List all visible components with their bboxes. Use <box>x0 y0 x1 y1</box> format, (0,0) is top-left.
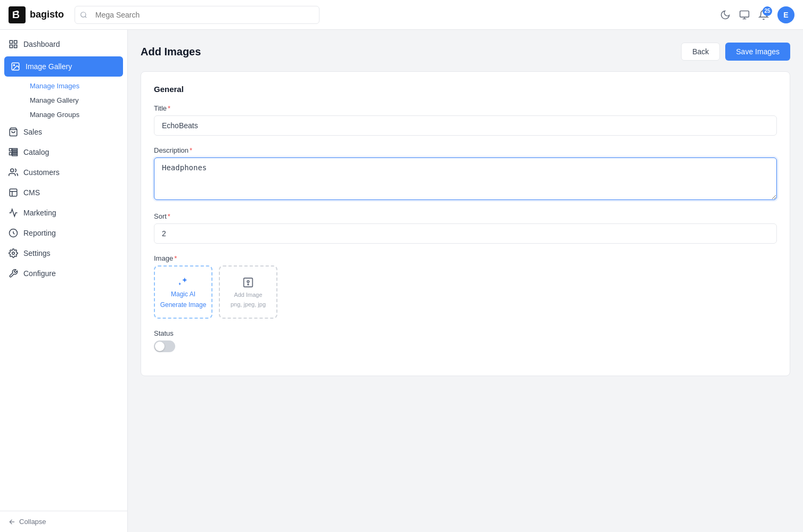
description-label: Description* <box>154 146 777 154</box>
moon-icon[interactable] <box>720 10 731 20</box>
status-toggle-wrap <box>154 340 777 352</box>
customers-icon <box>9 168 18 177</box>
description-input[interactable]: Headphones <box>154 157 777 200</box>
sidebar-footer: Collapse <box>0 511 127 532</box>
svg-rect-2 <box>740 11 749 17</box>
collapse-label: Collapse <box>19 518 46 526</box>
search-input[interactable] <box>75 6 319 24</box>
sidebar-item-settings[interactable]: Settings <box>0 243 127 263</box>
form-card: General Title* Description* Headphones S… <box>141 71 790 376</box>
sales-icon <box>9 127 18 137</box>
sidebar-item-configure[interactable]: Configure <box>0 263 127 284</box>
sort-field-group: Sort* <box>154 212 777 244</box>
status-toggle[interactable] <box>154 340 175 352</box>
add-image-label: Add Image <box>234 292 262 298</box>
sort-label: Sort* <box>154 212 777 220</box>
svg-point-19 <box>12 252 15 255</box>
status-field-group: Status <box>154 329 777 352</box>
topbar: bagisto 25 E <box>0 0 803 30</box>
magic-ai-sublabel: Generate Image <box>160 301 207 309</box>
sidebar-item-reporting[interactable]: Reporting <box>0 223 127 243</box>
image-upload-row: Magic AI Generate Image Add Image png, j… <box>154 265 777 319</box>
dashboard-icon <box>9 39 18 49</box>
magic-ai-button[interactable]: Magic AI Generate Image <box>154 265 212 319</box>
notifications-bell[interactable]: 25 <box>758 10 769 20</box>
sidebar-item-customers[interactable]: Customers <box>0 162 127 182</box>
notification-badge: 25 <box>763 6 772 16</box>
sidebar-label-settings: Settings <box>23 249 51 257</box>
catalog-icon <box>9 147 18 157</box>
image-field-group: Image* Magic AI Generate Image <box>154 254 777 319</box>
sidebar-gallery-subnav: Manage Images Manage Gallery Manage Grou… <box>0 79 127 122</box>
configure-icon <box>9 269 18 278</box>
logo-icon <box>9 6 26 23</box>
header-actions: Back Save Images <box>681 43 790 61</box>
settings-icon <box>9 248 18 258</box>
title-input[interactable] <box>154 115 777 136</box>
sidebar-item-marketing[interactable]: Marketing <box>0 203 127 223</box>
section-title: General <box>154 85 777 94</box>
sidebar-subitem-manage-images[interactable]: Manage Images <box>23 79 127 93</box>
add-image-icon <box>242 277 254 288</box>
sidebar-item-cms[interactable]: CMS <box>0 182 127 203</box>
layout: Dashboard Image Gallery Manage Images Ma… <box>0 30 803 532</box>
svg-rect-5 <box>14 45 17 48</box>
sort-input[interactable] <box>154 223 777 244</box>
svg-rect-4 <box>14 40 17 43</box>
svg-rect-12 <box>12 151 18 152</box>
svg-rect-17 <box>10 189 17 196</box>
svg-rect-11 <box>12 148 18 149</box>
cms-icon <box>9 188 18 197</box>
sidebar-label-reporting: Reporting <box>23 229 56 237</box>
sidebar-label-catalog: Catalog <box>23 148 49 156</box>
sidebar-item-dashboard[interactable]: Dashboard <box>0 34 127 54</box>
description-field-group: Description* Headphones <box>154 146 777 202</box>
sidebar-nav: Dashboard Image Gallery Manage Images Ma… <box>0 30 127 511</box>
svg-point-21 <box>247 280 249 282</box>
search-icon <box>80 11 87 19</box>
page-header: Add Images Back Save Images <box>141 43 790 61</box>
logo[interactable]: bagisto <box>9 6 64 23</box>
svg-point-1 <box>81 12 86 16</box>
search-bar <box>75 6 319 24</box>
magic-ai-icon <box>177 276 189 287</box>
svg-rect-10 <box>10 148 12 151</box>
sidebar-label-customers: Customers <box>23 168 60 177</box>
add-image-sublabel: png, jpeg, jpg <box>231 301 266 307</box>
sidebar-item-catalog[interactable]: Catalog <box>0 142 127 162</box>
screen-icon[interactable] <box>739 10 750 20</box>
gallery-icon <box>11 62 20 71</box>
sidebar: Dashboard Image Gallery Manage Images Ma… <box>0 30 128 532</box>
toggle-knob <box>155 342 165 351</box>
magic-ai-label: Magic AI <box>171 290 195 298</box>
svg-rect-6 <box>10 45 12 48</box>
marketing-icon <box>9 208 18 218</box>
svg-point-8 <box>13 64 14 65</box>
svg-rect-15 <box>12 155 18 156</box>
svg-rect-14 <box>12 153 18 154</box>
title-label: Title* <box>154 104 777 112</box>
sidebar-subitem-manage-groups[interactable]: Manage Groups <box>23 107 127 122</box>
main-content: Add Images Back Save Images General Titl… <box>128 30 803 532</box>
sidebar-label-configure: Configure <box>23 269 56 278</box>
sidebar-label-dashboard: Dashboard <box>23 40 60 48</box>
page-title: Add Images <box>141 46 201 58</box>
save-images-button[interactable]: Save Images <box>725 43 790 61</box>
reporting-icon <box>9 228 18 238</box>
sidebar-collapse-button[interactable]: Collapse <box>9 518 119 526</box>
status-label: Status <box>154 329 777 337</box>
avatar[interactable]: E <box>777 6 794 23</box>
sidebar-label-cms: CMS <box>23 188 40 197</box>
sidebar-label-gallery: Image Gallery <box>26 62 72 71</box>
back-button[interactable]: Back <box>681 43 720 61</box>
sidebar-item-image-gallery[interactable]: Image Gallery <box>4 56 123 77</box>
add-image-button[interactable]: Add Image png, jpeg, jpg <box>219 265 277 319</box>
logo-text: bagisto <box>30 9 64 20</box>
topbar-right: 25 E <box>720 6 794 23</box>
sidebar-item-sales[interactable]: Sales <box>0 122 127 142</box>
svg-rect-3 <box>10 40 12 43</box>
sidebar-subitem-manage-gallery[interactable]: Manage Gallery <box>23 93 127 107</box>
svg-rect-13 <box>10 153 12 155</box>
title-field-group: Title* <box>154 104 777 136</box>
svg-point-16 <box>11 169 14 172</box>
